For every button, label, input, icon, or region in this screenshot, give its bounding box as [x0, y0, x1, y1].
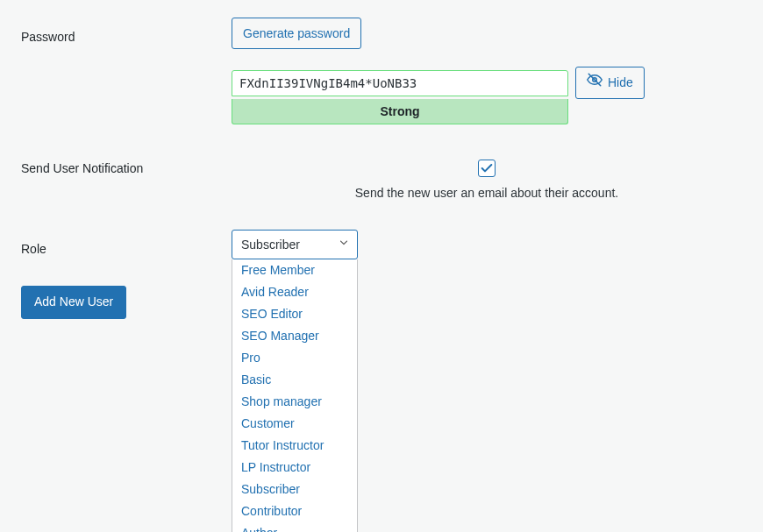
password-input[interactable] — [232, 70, 568, 96]
role-dropdown: Free MemberAvid ReaderSEO EditorSEO Mana… — [232, 259, 358, 532]
notification-checkbox[interactable] — [478, 160, 496, 177]
role-option[interactable]: LP Instructor — [232, 457, 357, 479]
role-option[interactable]: Contributor — [232, 500, 357, 522]
role-option[interactable]: Pro — [232, 347, 357, 369]
hide-password-button[interactable]: Hide — [575, 67, 645, 98]
role-select-wrapper: Subscriber Free MemberAvid ReaderSEO Edi… — [232, 230, 358, 259]
check-icon — [480, 161, 494, 175]
add-new-user-button[interactable]: Add New User — [21, 286, 126, 319]
notification-label: Send User Notification — [21, 160, 232, 175]
notification-row: Send User Notification Send the new user… — [21, 160, 742, 200]
submit-row: Add New User — [21, 286, 742, 319]
notification-checkbox-label: Send the new user an email about their a… — [355, 186, 618, 200]
role-label: Role — [21, 230, 232, 256]
password-input-row: Hide — [232, 67, 645, 98]
password-strength-indicator: Strong — [232, 99, 568, 124]
role-option[interactable]: Customer — [232, 413, 357, 435]
role-option[interactable]: Basic — [232, 369, 357, 391]
role-option[interactable]: SEO Editor — [232, 303, 357, 325]
role-option[interactable]: Shop manager — [232, 391, 357, 413]
notification-field-col: Send the new user an email about their a… — [232, 160, 742, 200]
role-option[interactable]: Author — [232, 522, 357, 532]
role-row: Role Subscriber Free MemberAvid ReaderSE… — [21, 230, 742, 259]
role-field-col: Subscriber Free MemberAvid ReaderSEO Edi… — [232, 230, 742, 259]
chevron-down-icon — [338, 235, 350, 254]
role-option[interactable]: SEO Manager — [232, 325, 357, 347]
password-field-col: Generate password Hide Strong — [232, 18, 742, 124]
role-option[interactable]: Tutor Instructor — [232, 435, 357, 457]
role-option[interactable]: Free Member — [232, 259, 357, 281]
password-label: Password — [21, 18, 232, 44]
role-select[interactable]: Subscriber — [232, 230, 358, 259]
hide-button-label: Hide — [608, 73, 633, 92]
password-row: Password Generate password Hide Strong — [21, 18, 742, 124]
role-option[interactable]: Subscriber — [232, 479, 357, 500]
role-selected-value: Subscriber — [241, 238, 300, 252]
role-option[interactable]: Avid Reader — [232, 281, 357, 303]
generate-password-button[interactable]: Generate password — [232, 18, 361, 49]
eye-slash-icon — [587, 72, 603, 93]
